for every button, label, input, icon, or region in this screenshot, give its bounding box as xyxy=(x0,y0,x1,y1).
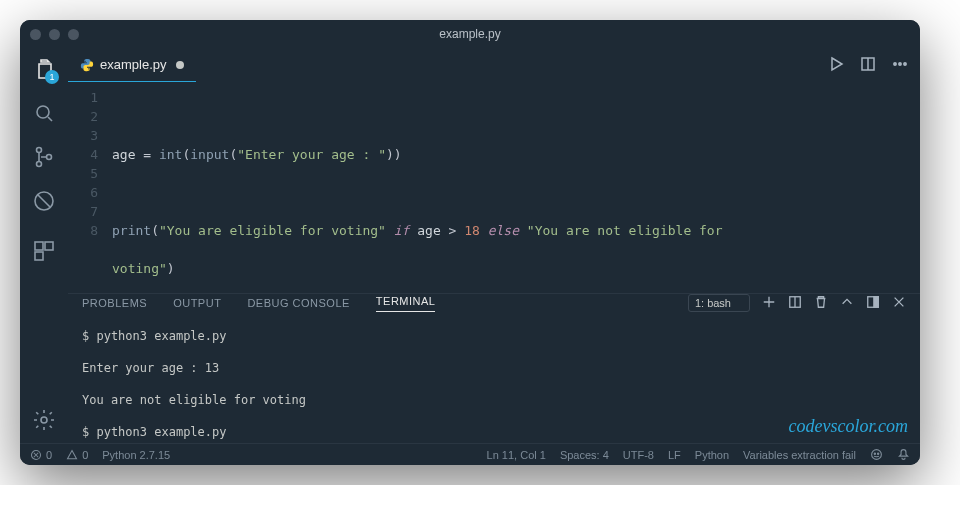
toggle-panel-icon[interactable] xyxy=(866,295,880,311)
maximize-window-button[interactable] xyxy=(68,29,79,40)
status-indentation[interactable]: Spaces: 4 xyxy=(560,449,609,461)
panel-tabs: PROBLEMS OUTPUT DEBUG CONSOLE TERMINAL 1… xyxy=(68,294,920,312)
svg-rect-5 xyxy=(35,242,43,250)
bottom-panel: PROBLEMS OUTPUT DEBUG CONSOLE TERMINAL 1… xyxy=(68,293,920,443)
line-gutter: 1 2 3 4 5 6 7 8 xyxy=(68,88,112,293)
status-encoding[interactable]: UTF-8 xyxy=(623,449,654,461)
status-vars-extraction[interactable]: Variables extraction fail xyxy=(743,449,856,461)
maximize-panel-icon[interactable] xyxy=(840,295,854,311)
status-python-version[interactable]: Python 2.7.15 xyxy=(102,449,170,461)
svg-point-2 xyxy=(37,162,42,167)
search-icon[interactable] xyxy=(31,100,57,126)
svg-point-3 xyxy=(47,155,52,160)
svg-point-10 xyxy=(894,62,896,64)
window-title: example.py xyxy=(439,27,500,41)
activity-bar: 1 xyxy=(20,48,68,443)
more-actions-icon[interactable] xyxy=(892,56,908,75)
tab-dirty-indicator xyxy=(176,61,184,69)
status-bell-icon[interactable] xyxy=(897,448,910,461)
tab-problems[interactable]: PROBLEMS xyxy=(82,297,147,309)
editor-tabs: example.py xyxy=(68,48,920,82)
minimize-window-button[interactable] xyxy=(49,29,60,40)
main-area: 1 xyxy=(20,48,920,443)
code-editor[interactable]: 1 2 3 4 5 6 7 8 age = int(input("Enter y… xyxy=(68,82,920,293)
svg-rect-7 xyxy=(35,252,43,260)
tab-label: example.py xyxy=(100,57,166,72)
tab-terminal[interactable]: TERMINAL xyxy=(376,295,436,312)
extensions-icon[interactable] xyxy=(31,238,57,264)
status-errors[interactable]: 0 xyxy=(30,449,52,461)
debug-icon[interactable] xyxy=(31,188,57,214)
svg-rect-6 xyxy=(45,242,53,250)
svg-point-18 xyxy=(874,453,875,454)
kill-terminal-icon[interactable] xyxy=(814,295,828,311)
python-file-icon xyxy=(80,58,94,72)
terminal-selector[interactable]: 1: bash xyxy=(688,294,750,312)
source-control-icon[interactable] xyxy=(31,144,57,170)
close-panel-icon[interactable] xyxy=(892,295,906,311)
split-terminal-icon[interactable] xyxy=(788,295,802,311)
tab-output[interactable]: OUTPUT xyxy=(173,297,221,309)
new-terminal-icon[interactable] xyxy=(762,295,776,311)
status-eol[interactable]: LF xyxy=(668,449,681,461)
status-cursor-position[interactable]: Ln 11, Col 1 xyxy=(487,449,546,461)
svg-point-1 xyxy=(37,148,42,153)
svg-point-8 xyxy=(41,417,47,423)
status-language[interactable]: Python xyxy=(695,449,729,461)
status-bar: 0 0 Python 2.7.15 Ln 11, Col 1 Spaces: 4… xyxy=(20,443,920,465)
tab-debug-console[interactable]: DEBUG CONSOLE xyxy=(247,297,349,309)
status-warnings[interactable]: 0 xyxy=(66,449,88,461)
code-content: age = int(input("Enter your age : ")) pr… xyxy=(112,88,920,293)
titlebar: example.py xyxy=(20,20,920,48)
svg-point-17 xyxy=(872,450,882,460)
editor-area: example.py 1 2 3 4 5 6 7 xyxy=(68,48,920,443)
svg-point-0 xyxy=(37,106,49,118)
run-icon[interactable] xyxy=(828,56,844,75)
explorer-badge: 1 xyxy=(45,70,59,84)
editor-window: example.py 1 xyxy=(20,20,920,465)
svg-point-11 xyxy=(899,62,901,64)
tab-example-py[interactable]: example.py xyxy=(68,48,196,82)
close-window-button[interactable] xyxy=(30,29,41,40)
svg-point-12 xyxy=(904,62,906,64)
explorer-icon[interactable]: 1 xyxy=(31,56,57,82)
split-editor-icon[interactable] xyxy=(860,56,876,75)
svg-point-19 xyxy=(877,453,878,454)
settings-gear-icon[interactable] xyxy=(31,407,57,433)
window-controls xyxy=(30,29,79,40)
svg-rect-15 xyxy=(874,297,878,308)
status-feedback-icon[interactable] xyxy=(870,448,883,461)
